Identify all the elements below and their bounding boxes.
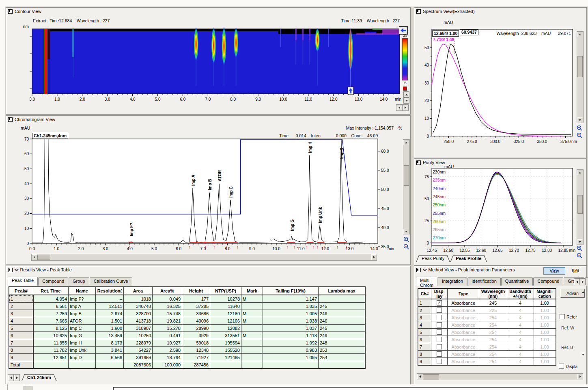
peak-col-ntp-usp-[interactable]: NTP(USP) <box>210 287 241 295</box>
display-checkbox[interactable] <box>437 351 442 357</box>
peak-col-tailing-f-10-[interactable]: Tailing F(10%) <box>263 287 319 295</box>
panel-icon[interactable] <box>8 117 13 122</box>
tab-compound[interactable]: Compound <box>533 277 563 286</box>
method-col-wavelength[interactable]: Wavelength (nm) <box>479 288 507 299</box>
tab-peak-purity[interactable]: Peak Purity <box>416 255 450 262</box>
tab-quantitative[interactable]: Quantitative <box>501 277 533 286</box>
extract-time-marker[interactable] <box>348 87 353 94</box>
contour-scroll-right-button[interactable] <box>402 104 409 111</box>
method-col-type[interactable]: Type <box>448 288 479 299</box>
hscroll-thumb[interactable] <box>37 255 50 260</box>
panel-icon[interactable] <box>416 160 421 165</box>
reference-checkbox-row[interactable]: Refer <box>560 314 585 319</box>
tab-compound[interactable]: Compound <box>38 277 68 286</box>
contour-heatmap[interactable]: 0.01.02.03.04.05.06.07.08.09.010.011.012… <box>30 25 409 108</box>
channel-row[interactable]: 3Absorbance25441.00 <box>418 314 556 321</box>
chromatogram-hscrollbar[interactable] <box>31 254 377 261</box>
channel-row[interactable]: 7Absorbance25441.00 <box>418 343 556 351</box>
channel-row[interactable]: 4Absorbance25441.00 <box>418 321 556 329</box>
zoom-in-button[interactable] <box>576 125 583 132</box>
method-scroll-down-button[interactable] <box>581 352 585 357</box>
contour-scroll-left-button[interactable] <box>396 104 403 111</box>
display-checkbox[interactable]: ✓ <box>437 300 442 306</box>
table-row[interactable]: 811.782Imp Unk3.841542272.59812348155528… <box>9 347 365 354</box>
spectrum-plot[interactable]: 250.0275.0300.0325.0350.0375.0nm01020304… <box>422 26 584 153</box>
method-col-ch-[interactable]: Ch# <box>418 288 431 299</box>
contour-scroll-up-button[interactable] <box>403 91 409 98</box>
hscroll-left-button[interactable] <box>32 254 37 260</box>
hscroll-right-button[interactable] <box>577 374 583 379</box>
tab-multi-chrom[interactable]: Multi Chrom <box>416 277 437 286</box>
table-row[interactable]: 37.259Imp B2.67432870015.7483368612180M1… <box>9 310 365 317</box>
zoom-in-button[interactable] <box>576 245 583 252</box>
purity-plot[interactable]: 12.4512.5012.5512.6012.6512.7012.7512.80… <box>422 165 584 259</box>
view-button[interactable]: View <box>543 267 565 275</box>
zoom-out-button[interactable] <box>576 132 583 139</box>
tab-calibration-curve[interactable]: Calibration Curve <box>90 277 132 286</box>
hscroll-thumb[interactable] <box>423 374 439 379</box>
table-row[interactable]: Total2087306100.000287456 <box>9 361 365 369</box>
display-checkbox[interactable] <box>437 315 442 320</box>
channel-row[interactable]: 2Absorbance22541.00 <box>418 307 556 314</box>
chromatogram-plot[interactable]: 0.01.02.03.04.05.06.07.08.09.010.011.012… <box>13 133 397 255</box>
peak-col-height[interactable]: Height <box>182 287 210 295</box>
vscroll-down-button[interactable] <box>577 117 582 123</box>
channel-row[interactable]: 9Absorbance25441.00 <box>418 358 556 366</box>
display-checkbox[interactable] <box>437 308 442 313</box>
method-col-disp-[interactable]: Disp- lay <box>431 288 448 299</box>
table-row[interactable]: 58.125Imp C1.60031890715.27828990120821.… <box>9 325 365 332</box>
panel-icon[interactable] <box>8 9 13 14</box>
purity-vscrollbar[interactable] <box>577 169 584 245</box>
channel-row[interactable]: 8Absorbance25441.00 <box>418 351 556 358</box>
display-checkbox[interactable] <box>437 329 442 335</box>
zoom-out-button[interactable] <box>576 252 583 259</box>
peak-col-area[interactable]: Area <box>124 287 153 295</box>
tab-peak-profile[interactable]: Peak Profile <box>450 255 487 262</box>
method-hscrollbar[interactable] <box>417 373 583 380</box>
display-checkbox[interactable] <box>559 364 564 369</box>
sheet-prev-button[interactable] <box>8 374 14 381</box>
vscroll-up-button[interactable] <box>577 32 582 37</box>
vscroll-up-button[interactable] <box>403 140 409 145</box>
vscroll-thumb[interactable] <box>577 195 583 214</box>
channel-row[interactable]: 6Absorbance25441.00 <box>418 336 556 343</box>
vscroll-thumb[interactable] <box>404 165 409 186</box>
method-scroll-up-button[interactable] <box>581 290 585 294</box>
display-checkbox[interactable] <box>437 337 442 342</box>
method-col-magnifi-[interactable]: Magnifi- cation <box>534 288 556 299</box>
tab-group[interactable]: Group <box>69 277 89 286</box>
peak-table[interactable]: Peak#Ret. TimeNameResolution(AreaArea%He… <box>9 286 366 369</box>
table-row[interactable]: 711.355Imp H8.17322807910.92759018195594… <box>9 339 365 347</box>
vscroll-thumb[interactable] <box>577 56 583 77</box>
panel-icon[interactable] <box>416 268 421 272</box>
display-checkbox-row[interactable]: Displa <box>559 364 585 369</box>
table-row[interactable]: 14.054Imp F?–10180.04917710278M1.147 <box>9 295 365 303</box>
method-channel-table[interactable]: Ch#Disp- layTypeWavelength (nm)Bandwidth… <box>418 288 556 366</box>
peak-col-peak-[interactable]: Peak# <box>9 287 33 295</box>
hscroll-right-button[interactable] <box>371 254 377 260</box>
peak-col-area-[interactable]: Area% <box>153 287 182 295</box>
edit-button[interactable]: Edit <box>567 267 584 274</box>
peak-col-ret-time[interactable]: Ret. Time <box>33 287 69 295</box>
vscroll-down-button[interactable] <box>403 229 409 234</box>
panel-icon[interactable] <box>8 268 13 272</box>
vscroll-up-button[interactable] <box>577 170 582 175</box>
contour-scroll-down-button[interactable] <box>403 98 409 104</box>
panel-icon[interactable] <box>416 9 421 14</box>
zoom-out-button[interactable] <box>403 243 409 250</box>
tab-peak-table[interactable]: Peak Table <box>8 277 38 286</box>
table-row[interactable]: 912.651Imp D6.56639165918.76471927121485… <box>9 354 365 361</box>
display-checkbox[interactable] <box>437 322 442 327</box>
tab-integration[interactable]: Integration <box>438 277 467 286</box>
method-col-bandwidth[interactable]: Bandwidth +/-(nm) <box>507 288 534 299</box>
display-checkbox[interactable] <box>437 344 442 349</box>
channel-row[interactable]: 1✓Absorbance24541.00 <box>418 299 556 307</box>
vscroll-down-button[interactable] <box>577 239 582 245</box>
display-checkbox[interactable] <box>437 359 442 364</box>
zoom-in-button[interactable] <box>403 236 409 243</box>
tabs-prev-button[interactable] <box>574 278 580 285</box>
tabs-next-button[interactable] <box>579 278 586 285</box>
chromatogram-vscrollbar[interactable] <box>403 139 410 234</box>
table-row[interactable]: 26.581Imp A12.51134074816.32537285116401… <box>9 303 365 310</box>
tab-identification[interactable]: Identification <box>467 277 501 286</box>
